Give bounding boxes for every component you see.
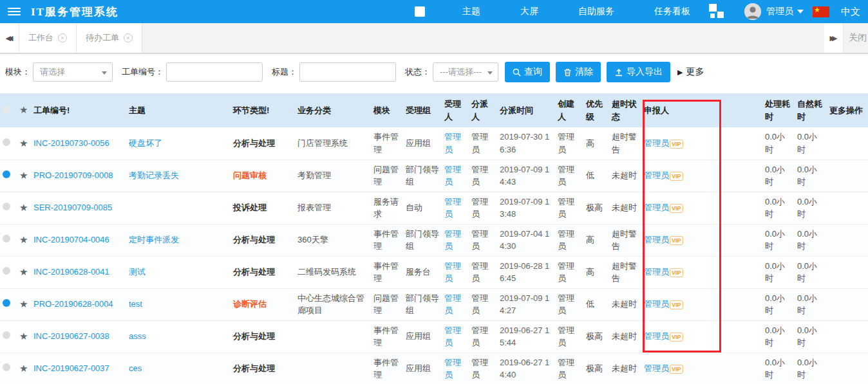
reporter-link[interactable]: 管理员 [644,138,669,148]
close-tabs-button[interactable]: 关闭 [844,23,868,53]
header-timeout[interactable]: 超时状态 [609,93,641,127]
more-filters-toggle[interactable]: ▶ 更多 [677,66,704,78]
reporter-link[interactable]: 管理员 [644,299,669,309]
header-link-type[interactable]: 环节类型! [231,93,295,127]
tabs-scroll-left-icon[interactable]: ◀◀ [0,23,19,53]
nav-big-screen[interactable]: 大屏 [520,6,538,17]
subject-link[interactable]: asss [129,331,146,341]
reporter-link[interactable]: 管理员 [644,235,669,244]
import-export-button[interactable]: 导入导出 [607,62,670,82]
star-icon[interactable]: ★ [19,138,28,149]
subject-link[interactable]: 考勤记录丢失 [129,170,179,180]
process-time-cell: 0.0小时 [762,192,795,224]
star-icon[interactable]: ★ [19,298,28,309]
theme-swatch-icon[interactable] [415,6,425,17]
nav-self-service[interactable]: 自助服务 [578,6,614,17]
vip-badge: VIP [670,204,683,213]
reporter-link[interactable]: 管理员 [644,170,669,180]
order-no-link[interactable]: INC-20190704-0046 [33,235,109,244]
star-icon[interactable]: ★ [19,266,28,277]
star-icon[interactable]: ★ [19,234,28,245]
order-no-link[interactable]: PRO-20190709-0008 [33,170,113,180]
link-type-text: 分析与处理 [233,331,275,341]
reporter-link[interactable]: 管理员 [644,267,669,277]
handler-link[interactable]: 管理员 [444,358,461,380]
layout-grid-icon[interactable] [708,3,725,20]
menu-icon[interactable] [8,8,21,15]
avatar[interactable] [744,3,761,20]
status-select[interactable]: ---请选择--- [433,62,498,82]
more-ops-cell [827,352,868,384]
user-menu[interactable]: 管理员 [766,6,804,17]
subject-link[interactable]: ces [129,363,142,373]
star-icon[interactable]: ★ [19,202,28,213]
close-icon[interactable]: × [124,33,133,42]
ticket-table-body: ★INC-20190730-0056硬盘坏了分析与处理门店管理系统事件管理应用组… [0,127,868,384]
order-no-link[interactable]: INC-20190730-0056 [33,138,109,148]
order-no-link[interactable]: PRO-20190628-0004 [33,299,113,309]
handler-link[interactable]: 管理员 [444,132,461,154]
search-button-label: 查询 [524,66,542,78]
handler-link[interactable]: 管理员 [444,325,461,348]
handler-link[interactable]: 管理员 [444,229,461,251]
search-button[interactable]: 查询 [505,62,550,82]
reporter-link[interactable]: 管理员 [644,203,669,212]
header-module[interactable]: 模块 [371,93,403,127]
header-creator[interactable]: 创建人 [555,93,583,127]
handler-link[interactable]: 管理员 [444,165,461,187]
handler-link[interactable]: 管理员 [444,293,461,316]
header-group[interactable]: 受理组 [403,93,442,127]
header-dispatch-time[interactable]: 分派时间 [497,93,555,127]
module-select[interactable]: 请选择 [33,62,113,82]
reporter-link[interactable]: 管理员 [644,363,669,373]
subject-link[interactable]: 硬盘坏了 [129,138,162,148]
dispatcher-cell: 管理员 [469,256,497,288]
order-no-link[interactable]: INC-20190627-0037 [33,363,109,373]
handler-link[interactable]: 管理员 [444,197,461,219]
nav-task-board[interactable]: 任务看板 [654,6,690,17]
star-icon[interactable]: ★ [19,363,28,374]
orderno-input[interactable] [166,62,263,82]
reporter-link[interactable]: 管理员 [644,331,669,341]
vip-badge: VIP [670,333,683,342]
title-input[interactable] [299,62,396,82]
flag-icon[interactable]: ★ [813,6,829,17]
star-icon[interactable]: ★ [19,331,28,342]
header-order-no[interactable]: 工单编号! [31,93,126,127]
header-process-time[interactable]: 处理耗时 [762,93,795,127]
order-no-link[interactable]: INC-20190627-0038 [33,331,109,341]
natural-time-cell: 0.0小时 [795,320,827,352]
subject-link[interactable]: 测试 [129,267,146,277]
subject-link[interactable]: test [129,299,142,309]
header-dispatcher[interactable]: 分派人 [469,93,497,127]
table-row: ★PRO-20190709-0008考勤记录丢失问题审核考勤管理问题管理部门领导… [0,160,868,192]
subject-link[interactable]: 定时事件派发 [129,235,179,244]
tab-pending-orders[interactable]: 待办工单 × [77,23,142,53]
close-icon[interactable]: × [58,33,67,42]
select-all-dot[interactable] [3,105,10,113]
header-biz-category[interactable]: 业务分类 [295,93,371,127]
spacer-cell [721,224,762,256]
header-priority[interactable]: 优先级 [583,93,609,127]
header-natural-time[interactable]: 自然耗时 [795,93,827,127]
vip-badge: VIP [670,236,683,245]
process-time-cell: 0.0小时 [762,127,795,160]
star-icon[interactable]: ★ [19,170,28,181]
header-spacer [721,93,762,127]
user-name: 管理员 [766,6,793,17]
tab-workbench[interactable]: 工作台 × [19,23,77,53]
order-no-link[interactable]: INC-20190628-0041 [33,267,109,277]
order-no-link[interactable]: SER-20190709-0085 [33,203,112,212]
title-filter-label: 标题： [272,66,297,78]
handler-link[interactable]: 管理员 [444,261,461,284]
language-switcher[interactable]: 中文 [841,6,860,18]
header-handler[interactable]: 受理人 [442,93,469,127]
tabs-scroll-right-icon[interactable]: ▶▶ [824,23,844,53]
dispatcher-cell: 管理员 [469,320,497,352]
header-subject[interactable]: 主题 [126,93,231,127]
clear-button[interactable]: 清除 [556,62,601,82]
header-reporter[interactable]: 申报人 [641,93,721,127]
nav-theme[interactable]: 主题 [462,6,480,17]
priority-cell: 低 [583,160,609,192]
natural-time-cell: 0.0小时 [795,192,827,224]
